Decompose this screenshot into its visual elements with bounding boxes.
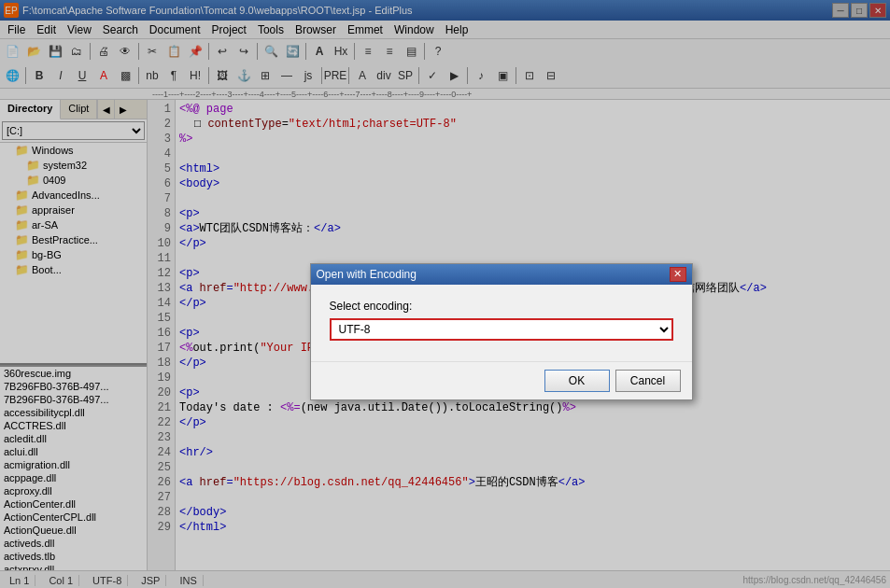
encoding-select[interactable]: UTF-8 UTF-16 ISO-8859-1 GBK GB2312 Shift… bbox=[330, 318, 673, 341]
ok-button[interactable]: OK bbox=[544, 370, 610, 392]
modal-titlebar: Open with Encoding ✕ bbox=[311, 264, 692, 285]
modal-close-button[interactable]: ✕ bbox=[670, 267, 686, 282]
modal-body: Select encoding: UTF-8 UTF-16 ISO-8859-1… bbox=[311, 285, 692, 352]
encoding-dialog: Open with Encoding ✕ Select encoding: UT… bbox=[310, 263, 693, 400]
modal-title: Open with Encoding bbox=[317, 268, 417, 281]
modal-overlay: Open with Encoding ✕ Select encoding: UT… bbox=[0, 0, 890, 588]
modal-buttons: OK Cancel bbox=[311, 361, 692, 399]
cancel-button[interactable]: Cancel bbox=[615, 370, 681, 392]
encoding-label: Select encoding: bbox=[330, 300, 673, 313]
encoding-row: UTF-8 UTF-16 ISO-8859-1 GBK GB2312 Shift… bbox=[330, 318, 673, 341]
